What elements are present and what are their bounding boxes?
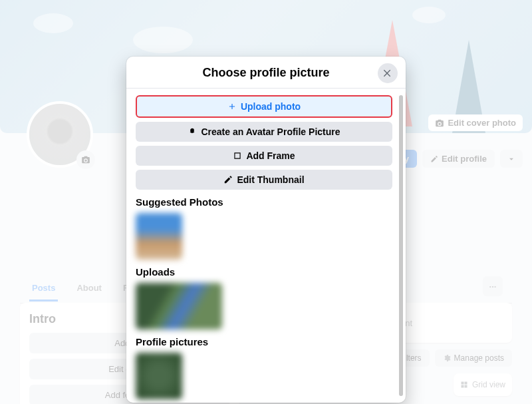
- chevron-down-icon: [507, 154, 516, 164]
- profile-pictures-heading: Profile pictures: [136, 336, 399, 347]
- cover-decoration: [33, 13, 73, 33]
- cover-decoration: [133, 27, 193, 53]
- edit-cover-button[interactable]: Edit cover photo: [428, 114, 523, 131]
- edit-cover-label: Edit cover photo: [448, 118, 516, 128]
- avatar-icon: [188, 127, 197, 136]
- gear-icon: [443, 354, 451, 362]
- manage-posts-label: Manage posts: [454, 353, 504, 363]
- modal-header: Choose profile picture: [126, 57, 406, 89]
- choose-profile-picture-modal: Choose profile picture Upload photo Crea…: [126, 57, 406, 403]
- cover-decoration: [412, 7, 446, 23]
- pencil-icon: [223, 175, 233, 184]
- edit-thumbnail-button[interactable]: Edit Thumbnail: [136, 170, 392, 190]
- scrollbar[interactable]: [399, 95, 403, 396]
- tab-posts[interactable]: Posts: [29, 276, 58, 302]
- camera-icon: [435, 118, 444, 128]
- more-actions-button[interactable]: [500, 150, 523, 168]
- grid-view-button[interactable]: Grid view: [454, 373, 512, 396]
- manage-posts-button[interactable]: Manage posts: [435, 349, 512, 367]
- suggested-photo-thumb[interactable]: [136, 213, 182, 260]
- create-avatar-button[interactable]: Create an Avatar Profile Picture: [136, 122, 392, 142]
- uploads-heading: Uploads: [136, 266, 399, 278]
- profile-picture-thumb[interactable]: [136, 353, 182, 399]
- tab-about[interactable]: About: [74, 276, 104, 302]
- edit-profile-label: Edit profile: [442, 154, 487, 164]
- create-avatar-label: Create an Avatar Profile Picture: [201, 126, 340, 137]
- close-icon: [382, 68, 393, 79]
- upload-photo-thumb[interactable]: [136, 283, 222, 329]
- camera-icon: [81, 155, 90, 164]
- add-frame-button[interactable]: Add Frame: [136, 146, 392, 166]
- edit-thumbnail-label: Edit Thumbnail: [237, 174, 304, 185]
- frame-icon: [233, 151, 242, 160]
- edit-profile-button[interactable]: Edit profile: [422, 150, 495, 168]
- upload-photo-label: Upload photo: [241, 101, 301, 112]
- grid-icon: [460, 381, 468, 389]
- close-button[interactable]: [378, 63, 398, 83]
- add-frame-label: Add Frame: [246, 150, 295, 161]
- grid-view-label: Grid view: [472, 380, 505, 389]
- upload-photo-button[interactable]: Upload photo: [136, 95, 392, 118]
- modal-body: Upload photo Create an Avatar Profile Pi…: [126, 89, 406, 403]
- suggested-photos-heading: Suggested Photos: [136, 196, 399, 208]
- tab-more-button[interactable]: ···: [483, 276, 503, 296]
- plus-icon: [227, 102, 237, 111]
- modal-title: Choose profile picture: [126, 66, 406, 80]
- pencil-icon: [430, 155, 438, 163]
- update-avatar-button[interactable]: [76, 150, 95, 169]
